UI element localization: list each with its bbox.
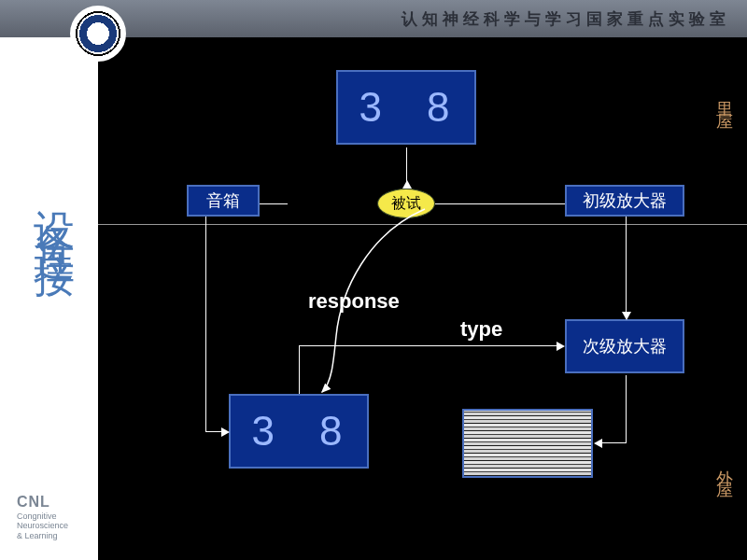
node-pre-amp-label: 初级放大器 bbox=[583, 189, 667, 212]
node-sec-amp-label: 次级放大器 bbox=[583, 335, 667, 357]
conn-secamp-to-signal bbox=[602, 442, 627, 443]
signal-output bbox=[462, 409, 593, 478]
room-label-outer: 外屋 bbox=[713, 457, 736, 480]
institution-logo bbox=[70, 6, 126, 62]
arrow-into-signal bbox=[594, 439, 602, 448]
footer-logo-line2: Congnitive Neuroscience bbox=[17, 511, 98, 532]
display-bottom-value: 3 8 bbox=[251, 408, 359, 455]
conn-speaker-down bbox=[205, 217, 206, 431]
arrow-type-into-secamp bbox=[557, 342, 565, 351]
node-sec-amp: 次级放大器 bbox=[565, 319, 684, 373]
arrow-into-display-top bbox=[402, 180, 412, 189]
display-top-value: 3 8 bbox=[359, 84, 466, 131]
footer-logo-line3: & Learning bbox=[17, 531, 98, 541]
arrow-into-display-bottom bbox=[221, 427, 230, 437]
conn-speaker-right bbox=[260, 203, 288, 204]
edge-label-type: type bbox=[460, 317, 502, 342]
waveform-texture bbox=[464, 411, 591, 476]
conn-secamp-down bbox=[626, 375, 627, 442]
node-pre-amp: 初级放大器 bbox=[565, 185, 684, 217]
edge-label-response: response bbox=[308, 289, 400, 314]
node-speaker: 音箱 bbox=[187, 185, 260, 217]
diagram-canvas: 里屋 外屋 3 8 音箱 被试 初级放大器 次级放大器 3 8 bbox=[98, 37, 747, 560]
node-speaker-label: 音箱 bbox=[206, 189, 240, 212]
conn-preamp-to-secamp bbox=[626, 217, 627, 314]
header-title: 认知神经科学与学习国家重点实验室 bbox=[402, 8, 730, 30]
left-panel: 设备连接 CNL Congnitive Neuroscience & Learn… bbox=[0, 37, 98, 560]
footer-logo: CNL Congnitive Neuroscience & Learning bbox=[17, 493, 98, 541]
arrow-into-secamp bbox=[622, 312, 631, 320]
slide-title: 设备连接 bbox=[26, 177, 81, 237]
footer-logo-abbrev: CNL bbox=[17, 493, 98, 511]
display-top: 3 8 bbox=[336, 70, 476, 145]
room-label-inner: 里屋 bbox=[713, 89, 736, 111]
